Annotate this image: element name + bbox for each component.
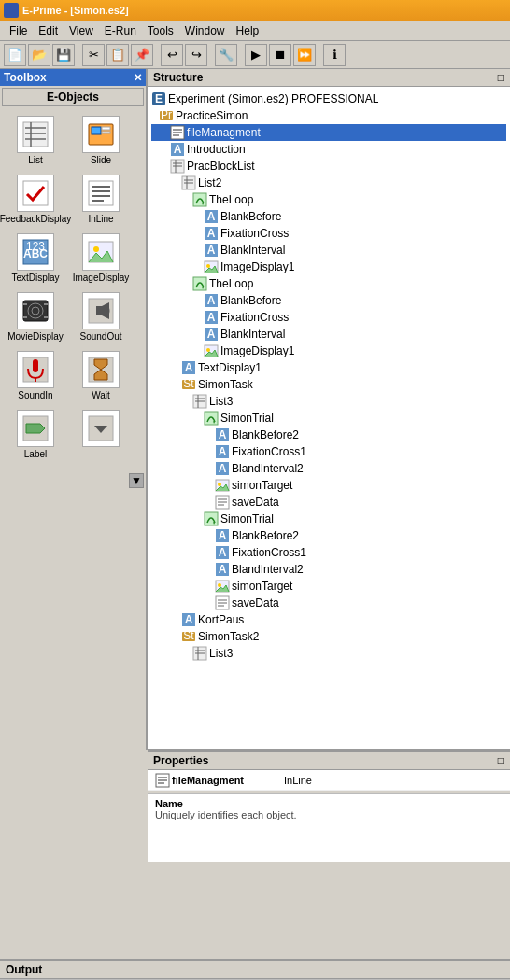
tree-item-kortpaus[interactable]: A KortPaus (151, 611, 506, 628)
tree-item-fixationcross1[interactable]: A FixationCross (151, 225, 506, 242)
tree-item-blankinterval1[interactable]: A BlankInterval (151, 242, 506, 259)
toolbar-paste[interactable]: 📌 (131, 44, 153, 66)
tree-item-blandinterval2-b[interactable]: A BlandInterval2 (151, 561, 506, 578)
prop-name-label: Name (155, 798, 503, 809)
tree-item-list3b[interactable]: List3 (151, 645, 506, 662)
tree-item-fixationcross2[interactable]: A FixationCross (151, 309, 506, 326)
tree-item-textdisplay1[interactable]: A TextDisplay1 (151, 359, 506, 376)
tree-item-fixationcross1-b[interactable]: A FixationCross1 (151, 544, 506, 561)
tree-label-simontask1: SimonTask (198, 378, 253, 391)
fixationcross1b-icon: A (215, 545, 230, 560)
toolbox-item-imagedisplay[interactable]: ImageDisplay (69, 230, 133, 287)
tree-item-simontask2[interactable]: St SimonTask2 (151, 628, 506, 645)
toolbox-item-label[interactable]: Label (4, 406, 67, 463)
toolbar-new[interactable]: 📄 (4, 44, 26, 66)
svg-text:St: St (183, 629, 194, 642)
tree-item-introduction[interactable]: A Introduction (151, 141, 506, 158)
tree-item-savedata2[interactable]: saveData (151, 595, 506, 611)
toolbar-save[interactable]: 💾 (52, 44, 75, 66)
tree-label-blankbefore2: BlankBefore (220, 294, 281, 307)
toolbox-item-slide[interactable]: Slide (69, 112, 133, 169)
blankbefore1-icon: A (204, 209, 219, 224)
svg-rect-67 (193, 277, 206, 290)
moviedisplay-label: MovieDisplay (7, 331, 63, 342)
toolbar-stop[interactable]: ⏹ (269, 44, 291, 66)
toolbar-open[interactable]: 📂 (28, 44, 50, 66)
structure-panel: Structure □ E Experiment (Simon.es2) PRO… (148, 69, 510, 750)
menu-view[interactable]: View (64, 22, 99, 39)
menu-bar: File Edit View E-Run Tools Window Help (0, 21, 510, 41)
list-label: List (28, 155, 43, 165)
tree-item-theloop2[interactable]: TheLoop (151, 275, 506, 292)
tree-label-list2: List2 (198, 176, 221, 189)
toolbox-item-textdisplay[interactable]: ABC 123 TextDisplay (4, 230, 67, 287)
toolbox-item-wait[interactable]: Wait (69, 347, 133, 404)
menu-window[interactable]: Window (179, 22, 231, 39)
toolbox-item-soundin[interactable]: SoundIn (4, 347, 67, 404)
tree-item-theloop1[interactable]: TheLoop (151, 191, 506, 208)
toolbox-scrollbar[interactable]: ▼ (129, 473, 144, 488)
prop-object-type: InLine (284, 775, 503, 786)
tree-item-fixationcross1-a[interactable]: A FixationCross1 (151, 443, 506, 460)
structure-maximize[interactable]: □ (498, 71, 504, 84)
tree-item-blankbefore2[interactable]: A BlankBefore (151, 292, 506, 309)
tree-label-savedata1: saveData (232, 496, 279, 509)
tree-item-imagedisplay1-a[interactable]: ImageDisplay1 (151, 259, 506, 275)
tree-item-blandinterval2-a[interactable]: A BlandInterval2 (151, 460, 506, 477)
toolbox-item-soundout[interactable]: SoundOut (69, 288, 133, 345)
svg-text:Pr: Pr (161, 108, 172, 121)
tree-item-blankinterval2[interactable]: A BlankInterval (151, 326, 506, 343)
tree-item-simontask1[interactable]: St SimonTask (151, 376, 506, 393)
menu-erun[interactable]: E-Run (99, 22, 142, 39)
tree-item-simontrial1[interactable]: SimonTrial (151, 410, 506, 427)
toolbar-settings[interactable]: 🔧 (215, 44, 237, 66)
tree-item-imagedisplay1-b[interactable]: ImageDisplay1 (151, 343, 506, 359)
tree-item-list2[interactable]: List2 (151, 175, 506, 191)
toolbar-run[interactable]: ▶ (245, 44, 267, 66)
tree-item-blankbefore2-b[interactable]: A BlankBefore2 (151, 527, 506, 544)
tree-item-experiment[interactable]: E Experiment (Simon.es2) PROFESSIONAL (151, 91, 506, 107)
tree-item-pracblocklist[interactable]: PracBlockList (151, 158, 506, 175)
tree-label-introduction: Introduction (187, 143, 246, 156)
tree-item-list3a[interactable]: List3 (151, 393, 506, 410)
svg-rect-6 (92, 127, 101, 134)
toolbox-panel: Toolbox ✕ E-Objects List (0, 69, 148, 750)
toolbar-run2[interactable]: ⏩ (293, 44, 316, 66)
menu-edit[interactable]: Edit (33, 22, 64, 39)
svg-point-19 (93, 246, 99, 252)
toolbar-copy[interactable]: 📋 (106, 44, 129, 66)
tree-item-filemanagment[interactable]: fileManagment (151, 124, 506, 141)
tree-item-simontarget2[interactable]: simonTarget (151, 578, 506, 595)
introduction-textdisplay-icon: A (170, 142, 185, 157)
menu-file[interactable]: File (4, 22, 33, 39)
toolbar-cut[interactable]: ✂ (82, 44, 105, 66)
toolbox-item-feedback[interactable]: FeedbackDisplay (4, 171, 67, 228)
toolbar-info[interactable]: ℹ (323, 44, 346, 66)
label-icon (17, 410, 54, 447)
properties-maximize[interactable]: □ (498, 754, 504, 767)
svg-rect-85 (205, 412, 218, 425)
tree-item-blankbefore2-a[interactable]: A BlankBefore2 (151, 427, 506, 443)
svg-text:A: A (207, 210, 216, 223)
toolbox-scroll-down[interactable] (69, 406, 133, 463)
toolbar-undo[interactable]: ↩ (161, 44, 183, 66)
tree-item-simontrial2[interactable]: SimonTrial (151, 511, 506, 527)
svg-text:A: A (219, 529, 227, 542)
menu-tools[interactable]: Tools (142, 22, 179, 39)
simontrial2-icon (204, 511, 219, 526)
properties-header: Properties □ (148, 752, 510, 770)
toolbox-item-inline[interactable]: InLine (69, 171, 133, 228)
toolbox-close-button[interactable]: ✕ (134, 72, 142, 84)
procedure-icon: Pr (159, 108, 174, 123)
tree-item-simontarget1[interactable]: simonTarget (151, 477, 506, 494)
svg-text:A: A (219, 563, 227, 576)
toolbox-item-moviedisplay[interactable]: MovieDisplay (4, 288, 67, 345)
tree-item-practicesim[interactable]: Pr PracticeSimon (151, 107, 506, 124)
toolbar-redo[interactable]: ↪ (185, 44, 207, 66)
toolbox-item-list[interactable]: List (4, 112, 67, 169)
menu-help[interactable]: Help (231, 22, 265, 39)
tree-item-blankbefore1[interactable]: A BlankBefore (151, 208, 506, 225)
tree-item-savedata1[interactable]: saveData (151, 494, 506, 511)
svg-text:A: A (219, 445, 227, 458)
tree-label-blankbefore1: BlankBefore (220, 210, 281, 223)
